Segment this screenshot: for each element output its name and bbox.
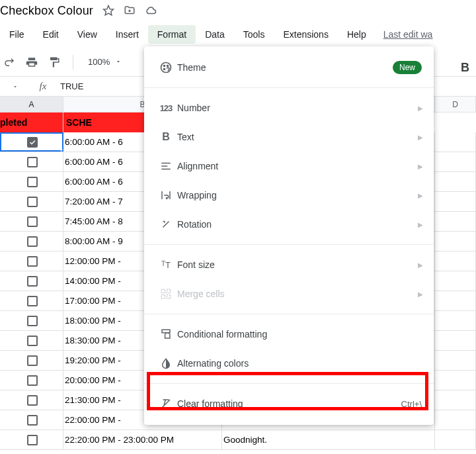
checkbox-cell[interactable] — [0, 430, 63, 449]
formula-input[interactable]: TRUE — [56, 81, 83, 91]
menu-data[interactable]: Data — [196, 25, 234, 44]
cell[interactable] — [435, 271, 476, 291]
merge-icon — [155, 288, 177, 300]
menu-view[interactable]: View — [68, 25, 106, 44]
cell[interactable] — [435, 192, 476, 211]
shortcut-label: Ctrl+\ — [401, 399, 422, 409]
cell[interactable] — [435, 410, 476, 430]
move-to-folder-icon[interactable] — [124, 5, 136, 17]
checkbox[interactable] — [27, 236, 38, 247]
schedule-cell[interactable]: 22:20:00 PM - 23:00:00 PM — [63, 430, 222, 449]
cell[interactable] — [435, 371, 476, 390]
header-cell-completed[interactable]: pleted — [0, 113, 63, 132]
dd-alternating-colors[interactable]: Alternating colors — [144, 349, 434, 378]
checkbox-cell[interactable] — [0, 271, 63, 291]
checkbox-cell[interactable] — [0, 371, 63, 390]
checkbox-cell[interactable] — [0, 232, 63, 251]
number-icon: 123 — [155, 103, 177, 113]
checkbox[interactable] — [27, 276, 38, 287]
cell[interactable] — [435, 351, 476, 370]
menu-edit[interactable]: Edit — [34, 25, 68, 44]
menu-file[interactable]: File — [0, 25, 34, 44]
cell[interactable] — [435, 172, 476, 191]
checkbox-cell[interactable] — [0, 410, 63, 430]
checkbox[interactable] — [27, 197, 38, 207]
cell[interactable] — [435, 331, 476, 350]
checkbox[interactable] — [27, 316, 38, 326]
fx-icon: fx — [30, 81, 56, 92]
cell[interactable] — [435, 132, 476, 152]
checkbox[interactable] — [27, 375, 38, 386]
checkbox[interactable] — [27, 336, 38, 346]
dd-conditional-formatting[interactable]: Conditional formatting — [144, 320, 434, 349]
table-row[interactable]: 22:20:00 PM - 23:00:00 PMGoodnight. — [0, 430, 476, 450]
checkbox-cell[interactable] — [0, 172, 63, 191]
cloud-status-icon[interactable] — [145, 5, 157, 17]
redo-icon[interactable] — [1, 54, 17, 70]
svg-marker-0 — [104, 6, 114, 15]
checkbox-cell[interactable] — [0, 132, 63, 152]
name-box-caret[interactable] — [0, 83, 30, 90]
menu-extensions[interactable]: Extensions — [274, 25, 337, 44]
last-edit-link[interactable]: Last edit wa — [383, 29, 433, 40]
checkbox-cell[interactable] — [0, 390, 63, 410]
checkbox-cell[interactable] — [0, 311, 63, 330]
column-header-d[interactable]: D — [435, 97, 476, 112]
checkbox-cell[interactable] — [0, 251, 63, 271]
paint-format-icon[interactable] — [46, 54, 62, 70]
checkbox[interactable] — [27, 415, 38, 426]
selection-handle[interactable] — [61, 150, 63, 152]
svg-point-2 — [164, 66, 165, 67]
align-icon — [155, 160, 177, 172]
checkbox[interactable] — [27, 177, 38, 187]
checkbox-cell[interactable] — [0, 351, 63, 370]
checkbox[interactable] — [27, 256, 38, 267]
zoom-select[interactable]: 100% — [84, 54, 126, 69]
cell[interactable] — [435, 311, 476, 330]
bold-button[interactable]: B — [461, 61, 469, 75]
new-badge: New — [393, 61, 422, 74]
cell[interactable] — [435, 152, 476, 171]
cell[interactable] — [435, 430, 476, 449]
clear-formatting-icon — [155, 398, 177, 410]
menu-help[interactable]: Help — [338, 25, 376, 44]
star-icon[interactable] — [102, 5, 114, 17]
dd-wrapping[interactable]: Wrapping ▶ — [144, 181, 434, 210]
checkbox[interactable] — [27, 157, 38, 167]
checkbox[interactable] — [27, 435, 38, 445]
font-size-icon: TT — [155, 260, 177, 270]
cell[interactable] — [435, 212, 476, 231]
checkbox-cell[interactable] — [0, 212, 63, 231]
chevron-right-icon: ▶ — [418, 221, 423, 228]
chevron-right-icon: ▶ — [418, 291, 423, 298]
checkbox-cell[interactable] — [0, 331, 63, 350]
column-header-a[interactable]: A — [0, 97, 63, 112]
checkbox-cell[interactable] — [0, 192, 63, 211]
checkbox-cell[interactable] — [0, 291, 63, 310]
dd-rotation[interactable]: Rotation ▶ — [144, 210, 434, 239]
dd-font-size[interactable]: TT Font size ▶ — [144, 250, 434, 279]
cell[interactable] — [435, 251, 476, 271]
checkbox[interactable] — [27, 137, 38, 148]
cell[interactable] — [435, 232, 476, 251]
separator — [73, 55, 73, 69]
menu-format[interactable]: Format — [148, 25, 196, 44]
cell[interactable] — [435, 291, 476, 310]
cell[interactable] — [435, 390, 476, 410]
checkbox[interactable] — [27, 395, 38, 406]
dd-text[interactable]: B Text ▶ — [144, 122, 434, 152]
checkbox[interactable] — [27, 296, 38, 306]
note-cell[interactable]: Goodnight. — [222, 430, 435, 449]
menu-insert[interactable]: Insert — [106, 25, 148, 44]
dd-number[interactable]: 123 Number ▶ — [144, 93, 434, 122]
menu-tools[interactable]: Tools — [234, 25, 274, 44]
checkbox-cell[interactable] — [0, 152, 63, 171]
document-title[interactable]: Checkbox Colour — [0, 4, 93, 18]
rotation-icon — [155, 218, 177, 230]
print-icon[interactable] — [24, 54, 40, 70]
dd-clear-formatting[interactable]: Clear formatting Ctrl+\ — [144, 389, 434, 418]
checkbox[interactable] — [27, 355, 38, 366]
checkbox[interactable] — [27, 216, 38, 227]
dd-theme[interactable]: Theme New — [144, 53, 434, 82]
dd-alignment[interactable]: Alignment ▶ — [144, 152, 434, 181]
